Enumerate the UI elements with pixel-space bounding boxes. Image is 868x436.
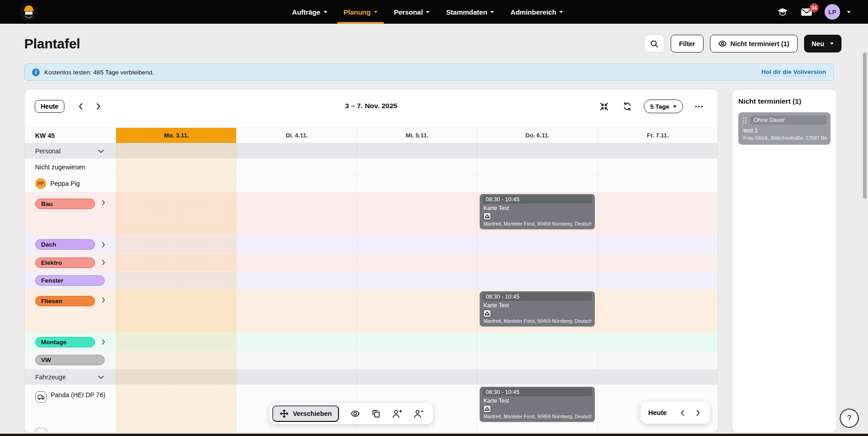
day-cell-nicht-zugewiesen-4[interactable] xyxy=(598,159,718,175)
day-cell-bau-2[interactable] xyxy=(357,192,477,235)
day-cell-fahrzeuge-1[interactable] xyxy=(236,369,356,384)
day-cell-peppa-pig-2[interactable] xyxy=(357,175,477,192)
day-cell-dach-0[interactable] xyxy=(116,236,236,253)
assign-person-button[interactable] xyxy=(392,409,402,418)
day-cell-vw-4[interactable] xyxy=(598,351,718,369)
nav-item-1[interactable]: Planung xyxy=(344,0,377,24)
tag-elektro[interactable]: Elektro xyxy=(35,257,95,268)
search-button[interactable] xyxy=(644,35,664,53)
tag-fliesen[interactable]: Fliesen xyxy=(35,296,95,306)
nav-item-4[interactable]: Adminbereich xyxy=(511,0,563,24)
day-cell-dach-1[interactable] xyxy=(236,236,356,253)
day-cell-vw-2[interactable] xyxy=(357,351,477,369)
tag-vw[interactable]: VW xyxy=(35,355,105,365)
day-cell-fliesen-1[interactable] xyxy=(236,289,356,333)
row-label-panda[interactable]: Panda (HEI DP 76) xyxy=(25,385,116,433)
day-cell-fenster-1[interactable] xyxy=(236,272,356,289)
day-cell-peppa-pig-0[interactable] xyxy=(116,175,236,192)
day-cell-fahrzeuge-2[interactable] xyxy=(357,369,477,384)
unscheduled-card[interactable]: Ohne Dauer test 1 Frau Glück, Bölschestr… xyxy=(738,112,831,145)
day-cell-dach-2[interactable] xyxy=(357,236,477,253)
inbox-button[interactable]: 34 xyxy=(801,8,812,16)
day-cell-nicht-zugewiesen-3[interactable] xyxy=(477,159,597,175)
day-cell-peppa-pig-4[interactable] xyxy=(598,175,718,192)
day-cell-elektro-4[interactable] xyxy=(598,254,718,271)
day-cell-fahrzeuge-4[interactable] xyxy=(598,369,718,384)
day-cell-nicht-zugewiesen-0[interactable] xyxy=(116,159,236,175)
day-cell-montage-2[interactable] xyxy=(357,333,477,351)
day-cell-elektro-0[interactable] xyxy=(116,254,236,271)
day-cell-personal-4[interactable] xyxy=(598,143,718,158)
day-cell-dach-4[interactable] xyxy=(598,236,718,253)
day-cell-montage-1[interactable] xyxy=(236,333,356,351)
more-options-button[interactable] xyxy=(693,104,705,110)
day-cell-personal-1[interactable] xyxy=(236,143,356,158)
new-button[interactable]: Neu xyxy=(804,35,842,53)
event-card[interactable]: 08:30 - 10:45Karte TestManfred, Manteler… xyxy=(480,291,594,326)
group-row-fahrzeuge[interactable]: Fahrzeuge xyxy=(25,369,116,384)
unassign-person-button[interactable] xyxy=(413,409,423,418)
tag-montage[interactable]: Montage xyxy=(35,337,95,347)
day-cell-elektro-2[interactable] xyxy=(357,254,477,271)
filter-button[interactable]: Filter xyxy=(671,35,703,53)
nav-item-3[interactable]: Stammdaten xyxy=(446,0,494,24)
day-cell-montage-3[interactable] xyxy=(477,333,597,351)
day-cell-montage-0[interactable] xyxy=(116,333,236,351)
day-cell-peppa-pig-3[interactable] xyxy=(477,175,597,192)
event-card[interactable]: 08:30 - 10:45Karte TestManfred, Manteler… xyxy=(480,387,594,422)
refresh-button[interactable] xyxy=(621,100,634,113)
day-cell-vw-3[interactable] xyxy=(477,351,597,369)
day-cell-peppa-pig-1[interactable] xyxy=(236,175,356,192)
tag-bau[interactable]: Bau xyxy=(35,199,95,209)
expand-row-button[interactable] xyxy=(101,297,106,303)
day-cell-dach-3[interactable] xyxy=(477,236,597,253)
day-cell-bau-4[interactable] xyxy=(598,192,718,235)
day-cell-nicht-zugewiesen-2[interactable] xyxy=(357,159,477,175)
day-cell-nicht-zugewiesen-1[interactable] xyxy=(236,159,356,175)
day-cell-fenster-3[interactable] xyxy=(477,272,597,289)
next-period-button[interactable] xyxy=(94,101,103,112)
collapse-group-button[interactable] xyxy=(98,373,104,381)
day-cell-fliesen-3[interactable]: 08:30 - 10:45Karte TestManfred, Manteler… xyxy=(477,289,597,333)
day-cell-panda-3[interactable]: 08:30 - 10:45Karte TestManfred, Manteler… xyxy=(477,385,597,433)
help-button[interactable]: ? xyxy=(840,409,859,428)
collapse-group-button[interactable] xyxy=(98,147,104,155)
floating-next-button[interactable] xyxy=(694,408,702,418)
day-cell-fliesen-2[interactable] xyxy=(357,289,477,333)
day-cell-elektro-3[interactable] xyxy=(477,254,597,271)
day-cell-personal-3[interactable] xyxy=(477,143,597,158)
event-card[interactable]: 08:30 - 10:45Karte TestManfred, Manteler… xyxy=(480,194,594,229)
expand-row-button[interactable] xyxy=(101,242,106,248)
floating-prev-button[interactable] xyxy=(678,408,687,418)
app-logo[interactable] xyxy=(19,2,38,21)
full-version-link[interactable]: Hol dir die Vollversion xyxy=(761,68,826,76)
page-scrollbar-thumb[interactable] xyxy=(863,53,867,199)
nav-item-2[interactable]: Personal xyxy=(394,0,429,24)
tag-fenster[interactable]: Fenster xyxy=(35,275,105,286)
drag-handle-icon[interactable] xyxy=(743,117,746,123)
expand-row-button[interactable] xyxy=(101,339,106,345)
preview-mode-button[interactable] xyxy=(350,410,360,417)
day-cell-elektro-1[interactable] xyxy=(236,254,356,271)
tag-dach[interactable]: Dach xyxy=(35,239,95,250)
day-cell-bau-0[interactable] xyxy=(116,192,236,235)
row-label-peppa-pig[interactable]: PPPeppa Pig xyxy=(25,175,116,192)
day-cell-vw-1[interactable] xyxy=(236,351,356,369)
duplicate-mode-button[interactable] xyxy=(371,409,381,418)
move-mode-button[interactable]: Verschieben xyxy=(272,405,339,422)
expand-row-button[interactable] xyxy=(101,200,106,206)
user-menu[interactable]: LP xyxy=(825,4,851,20)
day-cell-fenster-2[interactable] xyxy=(357,272,477,289)
day-cell-fahrzeuge-0[interactable] xyxy=(116,369,236,384)
vehicle-icon-box[interactable] xyxy=(35,391,47,403)
day-cell-fliesen-4[interactable] xyxy=(598,289,718,333)
previous-period-button[interactable] xyxy=(76,101,85,112)
day-cell-montage-4[interactable] xyxy=(598,333,718,351)
view-range-select[interactable]: 5 Tage xyxy=(644,100,683,113)
day-cell-bau-1[interactable] xyxy=(236,192,356,235)
day-cell-personal-2[interactable] xyxy=(357,143,477,158)
day-cell-fliesen-0[interactable] xyxy=(116,289,236,333)
day-cell-fenster-0[interactable] xyxy=(116,272,236,289)
expand-row-button[interactable] xyxy=(101,259,106,266)
day-cell-panda-0[interactable] xyxy=(116,385,236,433)
